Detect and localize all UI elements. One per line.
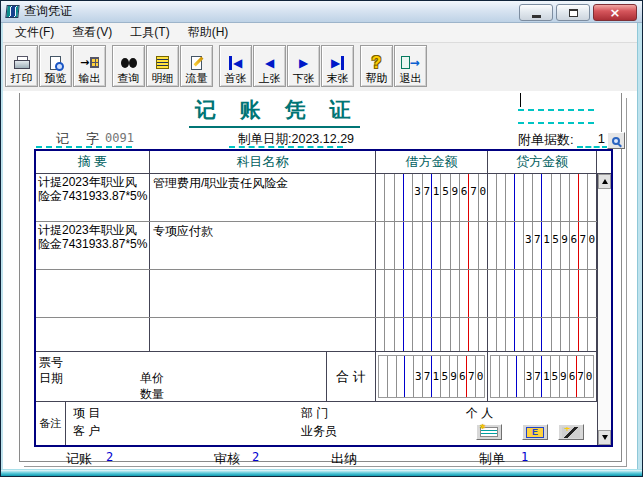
row-account: 专项应付款	[150, 222, 376, 269]
made-date: 制单日期:2023.12.29	[238, 131, 354, 148]
export-icon: →	[80, 53, 99, 72]
minimize-button[interactable]	[519, 4, 553, 21]
next-page-button[interactable]: ▶下张	[287, 45, 320, 87]
toolbar-button-label: 查询	[118, 72, 140, 85]
minimize-icon	[532, 15, 541, 18]
display-button[interactable]: E	[522, 424, 548, 440]
toolbar-button-label: 末张	[327, 72, 349, 85]
row-account	[150, 318, 376, 351]
made-date-label: 制单日期:	[238, 132, 291, 146]
preview-button[interactable]: 预览	[39, 45, 72, 87]
toolbar-button-label: 下张	[293, 72, 315, 85]
row-credit-amount	[488, 318, 597, 351]
window-title: 查询凭证	[24, 3, 72, 20]
binoculars-button[interactable]: 查询	[112, 45, 145, 87]
row-account	[150, 270, 376, 317]
row-summary	[36, 318, 150, 351]
salesman-label: 业务员	[301, 423, 337, 440]
preview-icon	[50, 53, 61, 72]
query-voucher-window: 查询凭证 文件(F)查看(V)工具(T)帮助(H) 打印预览→输出查询明细流量◀…	[0, 0, 643, 477]
table-header-row: 摘 要 科目名称 借方金额 贷方金额	[36, 151, 611, 174]
scroll-up-button[interactable]	[598, 174, 611, 189]
voucher-table: 摘 要 科目名称 借方金额 贷方金额 计提2023年职业风险金7431933.8…	[34, 149, 613, 447]
prev-page-icon: ◀	[265, 53, 274, 72]
header-scroll-stub	[597, 151, 611, 173]
caption-buttons	[519, 4, 637, 21]
prev-page-button[interactable]: ◀上张	[253, 45, 286, 87]
note-row: 备注 项 目 客 户 部 门 业务员 个 人 E	[36, 402, 597, 445]
blank-field-line-2[interactable]	[518, 122, 594, 124]
date-label: 日期	[39, 370, 63, 387]
maximize-button[interactable]	[556, 4, 590, 21]
menu-item-1[interactable]: 文件(F)	[6, 22, 63, 43]
up-arrow-icon	[602, 179, 608, 184]
first-page-button[interactable]: ◀首张	[219, 45, 252, 87]
table-row[interactable]	[36, 318, 597, 352]
next-page-icon: ▶	[299, 53, 308, 72]
detail-list-icon	[156, 53, 169, 72]
toolbar-button-label: 明细	[152, 72, 174, 85]
detail-list-button[interactable]: 明细	[146, 45, 179, 87]
bookkeeping-signature: 记账2	[66, 450, 92, 468]
help-button[interactable]: ?帮助	[360, 45, 393, 87]
toolbar: 打印预览→输出查询明细流量◀首张◀上张▶下张▶末张?帮助→退出	[2, 43, 641, 91]
note-button[interactable]	[476, 424, 502, 440]
row-debit-amount: 37159670	[376, 174, 488, 221]
total-debit-amount: 37159670	[376, 352, 488, 401]
blank-field-line-1[interactable]	[518, 109, 594, 111]
wand-button[interactable]	[558, 424, 584, 440]
flow-doc-button[interactable]: 流量	[180, 45, 213, 87]
scroll-down-button[interactable]	[598, 430, 611, 445]
totals-row: 票号 日期 单价 数量 合 计 37159670 37159670	[36, 352, 597, 402]
maximize-icon	[569, 9, 578, 17]
ticket-label: 票号	[39, 354, 63, 371]
exit-button[interactable]: →退出	[394, 45, 427, 87]
menu-item-2[interactable]: 查看(V)	[63, 22, 121, 43]
close-button[interactable]	[593, 4, 637, 21]
attachments-zoom-button[interactable]	[607, 132, 625, 149]
printer-button[interactable]: 打印	[5, 45, 38, 87]
maker-signature: 制单1	[479, 450, 505, 468]
voucher-number: 0091	[105, 131, 134, 145]
table-row[interactable]	[36, 270, 597, 318]
magic-wand-icon	[562, 427, 580, 438]
close-icon	[610, 6, 621, 19]
header-credit: 贷方金额	[488, 151, 597, 173]
window-frame-right	[637, 23, 642, 476]
help-icon: ?	[372, 53, 382, 72]
voucher-title: 记 账 凭 证	[189, 96, 360, 128]
header-account: 科目名称	[150, 151, 376, 173]
menu-item-3[interactable]: 工具(T)	[121, 22, 178, 43]
table-row[interactable]: 计提2023年职业风险金7431933.87*5% 管理费用/职业责任风险金 3…	[36, 174, 597, 222]
row-summary	[36, 270, 150, 317]
title-bar: 查询凭证	[1, 1, 642, 23]
bookkeeping-value: 2	[106, 450, 113, 464]
magnifier-icon	[612, 137, 620, 145]
voucher-word-underline	[36, 146, 132, 148]
voucher-word-prefix: 记	[56, 130, 69, 148]
row-credit-amount	[488, 270, 597, 317]
export-button[interactable]: →输出	[73, 45, 106, 87]
row-summary: 计提2023年职业风险金7431933.87*5%	[36, 174, 150, 221]
menu-item-4[interactable]: 帮助(H)	[179, 22, 238, 43]
exit-icon: →	[401, 53, 419, 72]
row-debit-amount	[376, 222, 488, 269]
text-cursor	[520, 93, 521, 107]
attachments-label: 附单据数:	[518, 131, 574, 149]
last-page-button[interactable]: ▶末张	[321, 45, 354, 87]
header-debit: 借方金额	[376, 151, 488, 173]
window-frame-bottom	[1, 469, 642, 476]
table-row[interactable]: 计提2023年职业风险金7431933.87*5% 专项应付款 37159670	[36, 222, 597, 270]
customer-label: 客 户	[73, 423, 100, 440]
row-summary: 计提2023年职业风险金7431933.87*5%	[36, 222, 150, 269]
toolbar-button-label: 流量	[186, 72, 208, 85]
binoculars-icon	[121, 53, 137, 72]
made-date-value: 2023.12.29	[291, 132, 354, 146]
first-page-icon: ◀	[229, 53, 242, 72]
toolbar-button-label: 退出	[400, 72, 422, 85]
toolbar-button-label: 上张	[259, 72, 281, 85]
total-credit-amount: 37159670	[488, 352, 597, 401]
toolbar-button-label: 输出	[79, 72, 101, 85]
vertical-scrollbar[interactable]	[597, 174, 611, 445]
printer-icon	[14, 53, 30, 72]
